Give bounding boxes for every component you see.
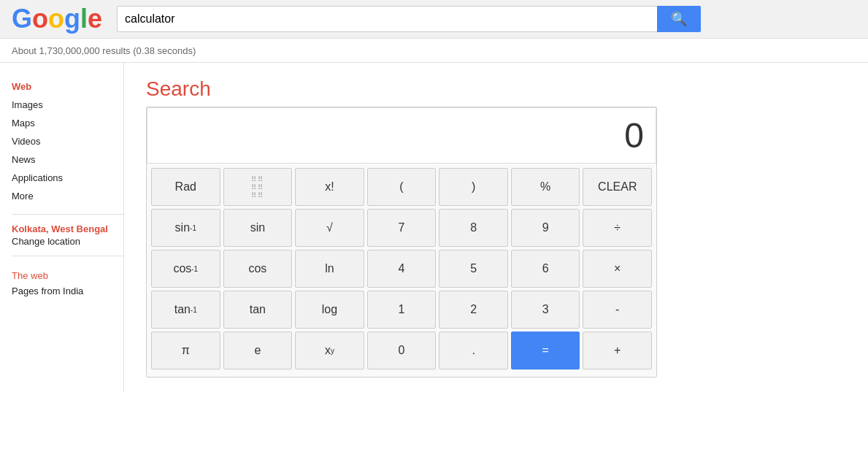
calc-buttons: Rad⠿⠿⠿⠿⠿⠿x!()%CLEARsin-1sin√789÷cos-1cos… — [147, 164, 656, 377]
sidebar-nav: Web Images Maps Videos News Applications… — [12, 77, 123, 205]
calc-row-2: cos-1cosln456× — [151, 250, 652, 288]
search-button[interactable]: 🔍 — [657, 6, 701, 32]
calc-btn-1[interactable]: 1 — [367, 291, 437, 329]
search-label: Search — [146, 77, 853, 101]
header: Google 🔍 — [0, 0, 868, 39]
calc-btn-7[interactable]: 7 — [367, 209, 437, 247]
calc-btn-dot[interactable]: . — [439, 332, 508, 369]
calc-btn-subtract[interactable]: - — [583, 291, 652, 329]
calc-btn-5[interactable]: 5 — [439, 250, 508, 288]
sidebar-item-news[interactable]: News — [12, 150, 123, 169]
sidebar-location: Kolkata, West Bengal Change location — [12, 223, 123, 247]
google-logo[interactable]: Google — [12, 6, 102, 32]
calc-btn-clear[interactable]: CLEAR — [583, 168, 652, 206]
location-city: Kolkata, West Bengal — [12, 223, 123, 234]
calc-btn-percent[interactable]: % — [511, 168, 580, 206]
calc-btn-pi[interactable]: π — [151, 332, 220, 369]
calc-btn-factorial[interactable]: x! — [295, 168, 364, 206]
calc-btn-rad[interactable]: Rad — [151, 168, 220, 206]
calc-btn-equals[interactable]: = — [511, 332, 580, 369]
calc-btn-divide[interactable]: ÷ — [583, 209, 652, 247]
calc-btn-sin[interactable]: sin — [223, 209, 293, 247]
search-bar: 🔍 — [117, 6, 701, 32]
main-content: Search 0 Rad⠿⠿⠿⠿⠿⠿x!()%CLEARsin-1sin√789… — [124, 63, 868, 392]
sidebar-item-videos[interactable]: Videos — [12, 132, 123, 150]
calc-btn-e[interactable]: e — [223, 332, 293, 369]
main-layout: Web Images Maps Videos News Applications… — [0, 63, 868, 392]
calc-btn-sqrt[interactable]: √ — [295, 209, 364, 247]
calc-btn-lparen[interactable]: ( — [367, 168, 437, 206]
sidebar: Web Images Maps Videos News Applications… — [0, 63, 124, 392]
search-input[interactable] — [117, 6, 657, 32]
calc-btn-log[interactable]: log — [295, 291, 364, 329]
the-web-link[interactable]: The web — [12, 268, 123, 283]
calc-row-3: tan-1tanlog123- — [151, 291, 652, 329]
calc-display: 0 — [147, 107, 656, 164]
result-bar: About 1,730,000,000 results (0.38 second… — [0, 39, 868, 63]
result-count: About 1,730,000,000 results (0.38 second… — [12, 45, 196, 56]
calc-btn-4[interactable]: 4 — [367, 250, 437, 288]
search-icon: 🔍 — [671, 11, 687, 27]
calc-btn-asin[interactable]: sin-1 — [151, 209, 220, 247]
calc-row-1: sin-1sin√789÷ — [151, 209, 652, 247]
sidebar-divider-1 — [12, 214, 123, 215]
calc-btn-atan[interactable]: tan-1 — [151, 291, 220, 329]
calc-row-4: πexy0.=+ — [151, 332, 652, 369]
calc-row-0: Rad⠿⠿⠿⠿⠿⠿x!()%CLEAR — [151, 168, 652, 206]
calc-btn-add[interactable]: + — [583, 332, 652, 369]
calc-btn-9[interactable]: 9 — [511, 209, 580, 247]
sidebar-item-maps[interactable]: Maps — [12, 114, 123, 132]
calc-btn-rparen[interactable]: ) — [439, 168, 508, 206]
sidebar-item-web[interactable]: Web — [12, 77, 123, 96]
pages-from-india-link[interactable]: Pages from India — [12, 283, 123, 299]
calc-btn-8[interactable]: 8 — [439, 209, 508, 247]
calc-btn-ln[interactable]: ln — [295, 250, 364, 288]
calc-btn-3[interactable]: 3 — [511, 291, 580, 329]
calc-btn-0[interactable]: 0 — [367, 332, 437, 369]
sidebar-search-options: The web Pages from India — [12, 268, 123, 299]
sidebar-item-more[interactable]: More — [12, 187, 123, 205]
calc-btn-power[interactable]: xy — [295, 332, 364, 369]
calc-btn-2[interactable]: 2 — [439, 291, 508, 329]
sidebar-divider-2 — [12, 256, 123, 256]
calc-btn-cos[interactable]: cos — [223, 250, 293, 288]
calc-btn-acos[interactable]: cos-1 — [151, 250, 220, 288]
sidebar-item-applications[interactable]: Applications — [12, 169, 123, 187]
sidebar-item-images[interactable]: Images — [12, 96, 123, 114]
calc-btn-6[interactable]: 6 — [511, 250, 580, 288]
calc-display-value: 0 — [624, 115, 644, 156]
change-location-link[interactable]: Change location — [12, 236, 80, 247]
calc-btn-multiply[interactable]: × — [583, 250, 652, 288]
calculator-widget: 0 Rad⠿⠿⠿⠿⠿⠿x!()%CLEARsin-1sin√789÷cos-1c… — [146, 107, 657, 378]
calc-btn-grid[interactable]: ⠿⠿⠿⠿⠿⠿ — [223, 168, 293, 206]
calc-btn-tan[interactable]: tan — [223, 291, 293, 329]
